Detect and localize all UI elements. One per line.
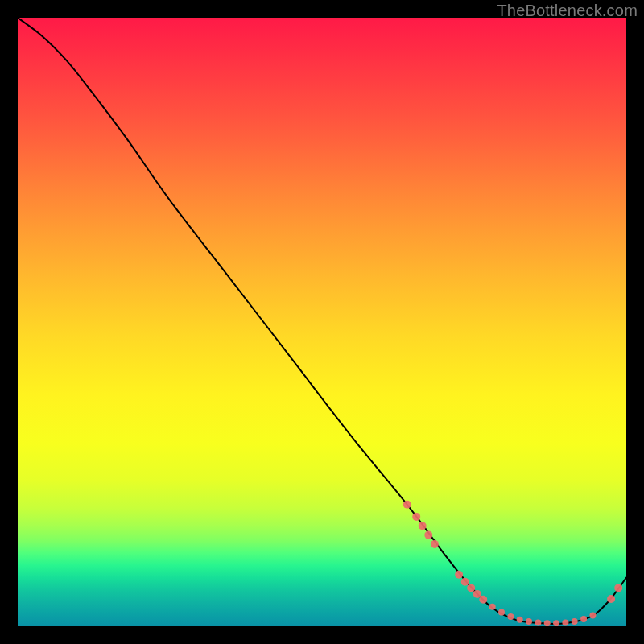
data-marker xyxy=(614,584,622,592)
plot-area xyxy=(18,18,626,626)
data-marker xyxy=(489,604,496,610)
data-marker xyxy=(562,620,568,626)
data-marker xyxy=(553,620,559,626)
data-marker xyxy=(507,613,514,620)
data-marker xyxy=(467,584,475,592)
data-marker xyxy=(412,513,420,521)
data-marker xyxy=(544,620,551,626)
data-markers xyxy=(403,501,622,626)
bottleneck-curve xyxy=(18,18,626,624)
data-marker xyxy=(403,501,411,509)
data-marker xyxy=(461,578,469,586)
data-marker xyxy=(479,596,487,604)
chart-stage: TheBottleneck.com xyxy=(0,0,644,644)
data-marker xyxy=(535,620,541,626)
data-marker xyxy=(607,595,615,603)
data-marker xyxy=(455,571,463,579)
data-marker xyxy=(589,612,596,618)
data-marker xyxy=(473,590,481,598)
data-marker xyxy=(424,531,432,539)
data-marker xyxy=(517,617,523,623)
watermark-text: TheBottleneck.com xyxy=(497,2,638,20)
curve-layer xyxy=(18,18,626,626)
data-marker xyxy=(419,522,427,530)
data-marker xyxy=(572,618,578,625)
data-marker xyxy=(580,616,587,622)
data-marker xyxy=(498,609,505,616)
data-marker xyxy=(431,540,439,548)
data-marker xyxy=(526,618,532,625)
